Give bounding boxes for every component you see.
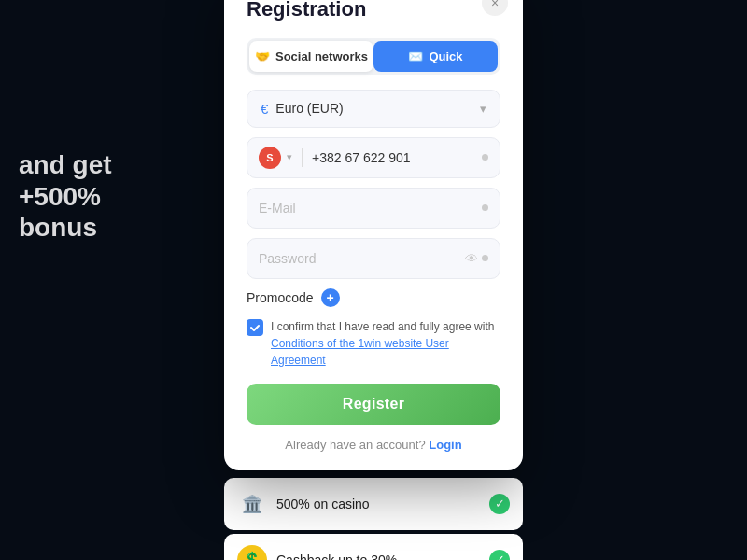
chevron-down-icon: ▾	[480, 102, 486, 116]
tab-quick[interactable]: ✉️ Quick	[374, 41, 498, 72]
checkmark-icon	[249, 322, 261, 333]
casino-check-icon: ✓	[489, 494, 510, 514]
agree-checkbox[interactable]	[247, 319, 263, 336]
country-flag: S	[259, 147, 281, 169]
currency-dropdown[interactable]: € Euro (EUR) ▾	[247, 90, 500, 128]
email-required-dot	[482, 204, 488, 211]
login-link[interactable]: Login	[429, 438, 461, 452]
eye-icon[interactable]: 👁	[465, 251, 478, 266]
register-button[interactable]: Register	[247, 384, 500, 425]
bonus-casino-label: 500% on casino	[276, 497, 480, 511]
phone-required-dot	[482, 154, 488, 161]
casino-icon: 🏛️	[237, 489, 267, 519]
login-row: Already have an account? Login	[247, 438, 500, 452]
email-input[interactable]	[259, 201, 482, 216]
phone-caret-icon: ▾	[287, 151, 292, 163]
modal-title: Registration	[247, 0, 500, 21]
password-field-container: 👁	[247, 238, 500, 279]
cashback-icon: 💲	[237, 545, 267, 561]
terms-link[interactable]: Conditions of the 1win website User Agre…	[271, 337, 449, 367]
registration-modal: Registration × 🤝 Social networks ✉️ Quic…	[224, 0, 523, 470]
tab-social[interactable]: 🤝 Social networks	[249, 41, 374, 72]
phone-field: S ▾	[247, 137, 500, 178]
phone-input[interactable]	[312, 150, 476, 165]
phone-divider	[302, 148, 303, 167]
social-icon: 🤝	[255, 49, 270, 63]
cashback-check-icon: ✓	[489, 550, 510, 561]
euro-icon: €	[261, 101, 268, 117]
bonus-cashback-label: Cashback up to 30%	[276, 553, 480, 561]
background-text: and get +500% bonus	[19, 149, 112, 244]
email-icon: ✉️	[408, 49, 423, 63]
promo-label: Promocode	[247, 290, 314, 305]
password-required-dot	[482, 255, 488, 261]
modal-wrapper: Registration × 🤝 Social networks ✉️ Quic…	[224, 0, 523, 560]
bonus-card-cashback: 💲 Cashback up to 30% ✓	[224, 534, 523, 561]
tab-row: 🤝 Social networks ✉️ Quick	[247, 38, 500, 75]
agree-text: I confirm that I have read and fully agr…	[271, 318, 500, 369]
bonus-card-casino: 🏛️ 500% on casino ✓	[224, 478, 523, 530]
bonus-cards: 🏛️ 500% on casino ✓ 💲 Cashback up to 30%…	[224, 478, 523, 561]
promo-add-icon[interactable]: +	[321, 288, 340, 307]
password-input[interactable]	[259, 251, 465, 266]
promocode-row[interactable]: Promocode +	[247, 288, 500, 307]
currency-label: Euro (EUR)	[275, 101, 343, 116]
agree-row: I confirm that I have read and fully agr…	[247, 318, 500, 369]
email-field-container	[247, 188, 500, 229]
